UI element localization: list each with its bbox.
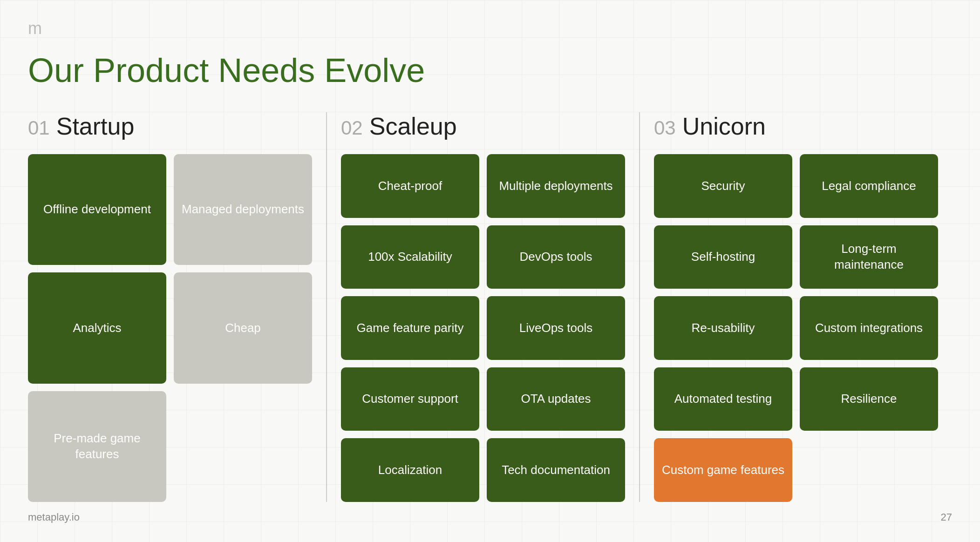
card-offline-development: Offline development (28, 154, 166, 265)
column-title-startup: Startup (56, 112, 135, 140)
logo-icon: m (28, 19, 952, 38)
card-cheat-proof: Cheat-proof (341, 154, 479, 218)
card-cheap: Cheap (174, 272, 312, 383)
column-unicorn: 03 Unicorn Security Legal compliance Sel… (654, 112, 952, 502)
column-scaleup: 02 Scaleup Cheat-proof Multiple deployme… (341, 112, 640, 502)
card-ota-updates: OTA updates (487, 367, 625, 431)
column-header-unicorn: 03 Unicorn (654, 112, 938, 140)
card-security: Security (654, 154, 792, 218)
card-managed-deployments: Managed deployments (174, 154, 312, 265)
footer: metaplay.io 27 (28, 511, 952, 523)
startup-grid: Offline development Managed deployments … (28, 154, 312, 502)
card-resilience: Resilience (800, 367, 938, 431)
card-custom-integrations: Custom integrations (800, 296, 938, 360)
column-title-unicorn: Unicorn (682, 112, 766, 140)
card-liveops-tools: LiveOps tools (487, 296, 625, 360)
column-header-scaleup: 02 Scaleup (341, 112, 625, 140)
card-legal-compliance: Legal compliance (800, 154, 938, 218)
footer-page: 27 (941, 511, 952, 523)
column-title-scaleup: Scaleup (369, 112, 457, 140)
unicorn-grid: Security Legal compliance Self-hosting L… (654, 154, 938, 502)
card-tech-documentation: Tech documentation (487, 438, 625, 502)
column-number-scaleup: 02 (341, 117, 363, 139)
card-re-usability: Re-usability (654, 296, 792, 360)
card-custom-game-features: Custom game features (654, 438, 792, 502)
card-customer-support: Customer support (341, 367, 479, 431)
card-game-feature-parity: Game feature parity (341, 296, 479, 360)
footer-brand: metaplay.io (28, 511, 80, 523)
column-number-startup: 01 (28, 117, 50, 139)
card-100x-scalability: 100x Scalability (341, 225, 479, 289)
page-title: Our Product Needs Evolve (28, 52, 952, 89)
scaleup-grid: Cheat-proof Multiple deployments 100x Sc… (341, 154, 625, 502)
column-header-startup: 01 Startup (28, 112, 312, 140)
card-automated-testing: Automated testing (654, 367, 792, 431)
column-number-unicorn: 03 (654, 117, 676, 139)
card-premade-game-features: Pre-made game features (28, 391, 166, 502)
column-startup: 01 Startup Offline development Managed d… (28, 112, 327, 502)
card-multiple-deployments: Multiple deployments (487, 154, 625, 218)
card-localization: Localization (341, 438, 479, 502)
page-wrapper: m Our Product Needs Evolve 01 Startup Of… (0, 0, 980, 542)
card-devops-tools: DevOps tools (487, 225, 625, 289)
card-self-hosting: Self-hosting (654, 225, 792, 289)
card-analytics: Analytics (28, 272, 166, 383)
card-long-term-maintenance: Long-term maintenance (800, 225, 938, 289)
columns-container: 01 Startup Offline development Managed d… (28, 112, 952, 502)
